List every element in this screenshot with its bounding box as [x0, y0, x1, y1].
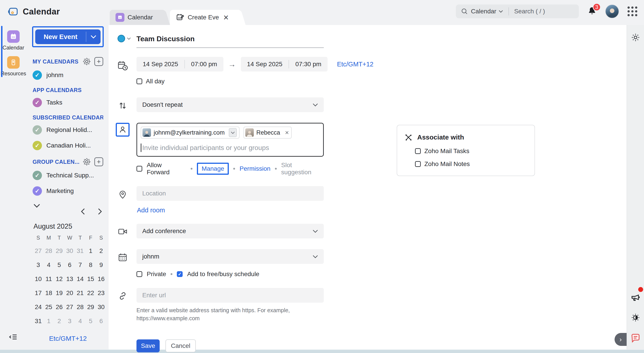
participant-chip-rebecca[interactable]: Rebecca ×	[244, 127, 292, 139]
minical-day[interactable]: 6	[64, 258, 75, 272]
minical-day[interactable]: 4	[44, 258, 54, 272]
minical-day[interactable]: 16	[96, 272, 106, 286]
repeat-select[interactable]: Doesn't repeat	[136, 97, 324, 112]
start-time-input[interactable]: 07:00 pm	[185, 61, 224, 68]
close-tab-icon[interactable]: ×	[224, 13, 228, 22]
calendar-item-regional-holidays[interactable]: ✓ Regional Holid...	[32, 125, 103, 135]
minical-day[interactable]: 29	[86, 300, 96, 314]
end-time-input[interactable]: 07:30 pm	[289, 61, 328, 68]
participant-chip-organizer[interactable]: johnm@zylkertraining.com	[141, 127, 240, 139]
sidebar-timezone-link[interactable]: Etc/GMT+12	[49, 335, 87, 342]
minical-day[interactable]: 11	[44, 272, 54, 286]
minical-day[interactable]: 28	[75, 300, 86, 314]
add-calendar-icon[interactable]: +	[94, 57, 103, 66]
minical-day[interactable]: 10	[33, 272, 44, 286]
participants-input[interactable]: johnm@zylkertraining.com Rebecca ×	[136, 123, 324, 157]
minical-day[interactable]: 5	[86, 314, 96, 328]
minical-day[interactable]: 17	[33, 286, 44, 300]
search-scope-selector[interactable]: Calendar	[471, 8, 503, 15]
minical-day[interactable]: 7	[75, 258, 86, 272]
minical-day[interactable]: 12	[54, 272, 64, 286]
minical-day[interactable]: 31	[75, 244, 86, 258]
minical-prev-icon[interactable]	[80, 208, 86, 215]
freebusy-checkbox[interactable]: ✓	[177, 271, 183, 277]
start-date-input[interactable]: 14 Sep 2025	[136, 61, 184, 68]
permission-link[interactable]: Permission	[240, 165, 270, 172]
minical-day[interactable]: 22	[86, 286, 96, 300]
group-calendars-settings-gear-icon[interactable]	[82, 157, 91, 166]
minical-day[interactable]: 3	[33, 258, 44, 272]
new-event-dropdown-caret[interactable]	[86, 29, 100, 44]
collapse-sidebar-icon[interactable]	[8, 332, 18, 342]
conference-select[interactable]: Add conference	[136, 224, 324, 238]
minical-day[interactable]: 27	[64, 300, 75, 314]
minical-day[interactable]: 8	[86, 258, 96, 272]
rail-item-resources[interactable]: Resources	[1, 56, 26, 77]
check-circle-icon[interactable]: ✓	[32, 171, 42, 180]
announcements-megaphone-icon[interactable]	[630, 292, 641, 303]
minical-day[interactable]: 6	[96, 314, 106, 328]
event-color-picker[interactable]	[118, 35, 125, 42]
minical-day[interactable]: 1	[44, 314, 54, 328]
minical-day[interactable]: 2	[96, 244, 106, 258]
check-circle-icon[interactable]: ✓	[32, 70, 42, 80]
all-day-checkbox[interactable]	[136, 78, 142, 84]
participant-options-caret[interactable]	[229, 128, 237, 137]
minical-collapse-icon[interactable]	[34, 204, 104, 208]
minical-next-icon[interactable]	[98, 208, 102, 215]
minical-day[interactable]: 1	[86, 244, 96, 258]
tab-create-event[interactable]: Create Eve ×	[170, 10, 239, 25]
minical-day[interactable]: 20	[64, 286, 75, 300]
check-circle-icon[interactable]: ✓	[32, 98, 42, 107]
private-checkbox[interactable]	[136, 271, 142, 277]
event-title-input[interactable]: Team Discussion	[136, 35, 324, 48]
minical-day[interactable]: 18	[44, 286, 54, 300]
minical-day[interactable]: 13	[64, 272, 75, 286]
manage-link[interactable]: Manage	[202, 165, 224, 172]
location-input[interactable]: Location	[136, 186, 324, 201]
end-date-input[interactable]: 14 Sep 2025	[241, 61, 289, 68]
remove-participant-icon[interactable]: ×	[285, 129, 289, 136]
new-event-button[interactable]: New Event	[35, 29, 100, 44]
check-circle-icon[interactable]: ✓	[32, 125, 42, 135]
my-calendars-settings-gear-icon[interactable]	[82, 57, 91, 66]
minical-day[interactable]: 30	[96, 300, 106, 314]
cancel-button[interactable]: Cancel	[166, 340, 196, 352]
event-timezone-link[interactable]: Etc/GMT+12	[337, 61, 374, 68]
chevron-down-icon[interactable]	[127, 37, 131, 40]
minical-day[interactable]: 30	[64, 244, 75, 258]
allow-forward-checkbox[interactable]	[136, 166, 142, 172]
rail-item-calendar[interactable]: Calendar	[2, 30, 24, 51]
minical-day[interactable]: 3	[64, 314, 75, 328]
calendar-item-canadian-holidays[interactable]: ✓ Canadian Holi...	[32, 141, 103, 150]
calendar-select[interactable]: johnm	[136, 249, 324, 264]
calendar-item-technical-support[interactable]: ✓ Technical Supp...	[32, 171, 103, 180]
minical-day[interactable]: 5	[54, 258, 64, 272]
minical-day[interactable]: 15	[86, 272, 96, 286]
minical-day[interactable]: 23	[96, 286, 106, 300]
minical-day[interactable]: 19	[54, 286, 64, 300]
calendar-item-marketing[interactable]: ✓ Marketing	[32, 186, 103, 196]
calendar-item-tasks[interactable]: ✓ Tasks	[32, 98, 103, 107]
zoho-mail-tasks-checkbox[interactable]	[415, 148, 421, 154]
check-circle-icon[interactable]: ✓	[32, 141, 42, 150]
theme-toggle-icon[interactable]	[630, 313, 641, 323]
apps-grid-icon[interactable]	[628, 6, 637, 16]
settings-gear-icon[interactable]	[630, 32, 640, 42]
check-circle-icon[interactable]: ✓	[32, 186, 42, 196]
minical-day[interactable]: 21	[75, 286, 86, 300]
user-avatar[interactable]	[605, 4, 619, 18]
minical-day[interactable]: 25	[44, 300, 54, 314]
minical-day[interactable]: 31	[33, 314, 44, 328]
calendar-item-johnm[interactable]: ✓ johnm	[32, 70, 103, 80]
tab-calendar[interactable]: Calendar	[110, 10, 163, 25]
minical-day[interactable]: 9	[96, 258, 106, 272]
add-group-calendar-icon[interactable]: +	[94, 157, 103, 166]
minical-day[interactable]: 27	[33, 244, 44, 258]
minical-day[interactable]: 26	[54, 300, 64, 314]
add-room-link[interactable]: Add room	[137, 207, 165, 214]
expand-panel-handle[interactable]: ›	[614, 333, 626, 346]
save-button[interactable]: Save	[136, 340, 160, 352]
minical-day[interactable]: 2	[54, 314, 64, 328]
minical-day[interactable]: 4	[75, 314, 86, 328]
